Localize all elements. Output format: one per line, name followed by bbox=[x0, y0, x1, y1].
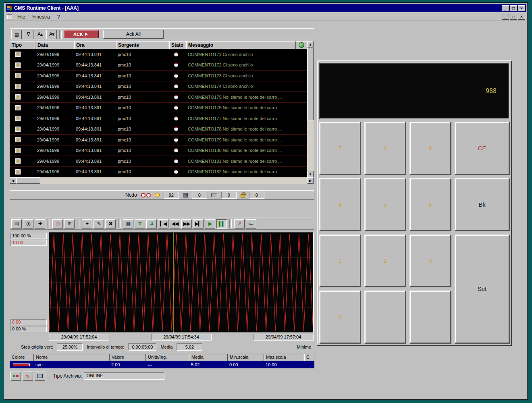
add-icon[interactable]: + bbox=[82, 219, 92, 229]
font-increase-icon[interactable]: A▴ bbox=[35, 30, 45, 39]
legend-row[interactable]: spe 2.00 --- 5.02 0.00 10.00 bbox=[10, 361, 314, 368]
step-value-field[interactable]: 25.00% bbox=[57, 343, 83, 351]
delete-icon[interactable]: ✖ bbox=[105, 219, 116, 229]
column-header-data[interactable]: Data bbox=[35, 41, 74, 49]
alarm-date: 29/04/1999 bbox=[35, 73, 74, 78]
font-decrease-icon[interactable]: A▾ bbox=[46, 30, 57, 39]
keypad-button-bk[interactable]: Bk bbox=[455, 178, 509, 231]
minimize-button[interactable]: _ bbox=[502, 5, 509, 11]
media-value-field: 5.02 bbox=[177, 343, 202, 351]
monitor-icon[interactable]: ▭ bbox=[246, 219, 256, 229]
menu-file[interactable]: File bbox=[14, 13, 28, 21]
scrollbar-thumb[interactable] bbox=[307, 48, 314, 120]
keypad-button-8[interactable]: 8 bbox=[364, 122, 406, 174]
alarm-row[interactable]: 29/04/1999 09:44:13.841 pmc10 COMMENTO17… bbox=[10, 71, 307, 81]
minimo-label: Minimo bbox=[297, 345, 311, 349]
step-label: Step griglia vert: bbox=[21, 345, 53, 349]
first-icon[interactable]: ▎◀ bbox=[158, 219, 168, 229]
pause-icon[interactable]: ▌▌ bbox=[216, 219, 227, 229]
scroll-down-arrow[interactable]: ▼ bbox=[307, 171, 314, 177]
status-lights-icon[interactable] bbox=[10, 372, 21, 381]
scrollbar-thumb[interactable] bbox=[16, 177, 40, 184]
mdi-restore-button[interactable]: □ bbox=[510, 14, 517, 20]
speaker-icon bbox=[85, 33, 89, 36]
toolbar-separator bbox=[77, 219, 79, 228]
ack-all-button[interactable]: Ack All bbox=[103, 30, 164, 39]
menu-help[interactable]: ? bbox=[54, 13, 63, 21]
crosshair-icon[interactable]: ✚ bbox=[35, 219, 45, 229]
zoom-icon[interactable]: ◎ bbox=[23, 219, 33, 229]
column-header-messaggio[interactable]: Messaggio bbox=[186, 41, 296, 49]
keypad-button-7[interactable]: 7 bbox=[319, 122, 361, 174]
ack-button[interactable]: ACK bbox=[64, 30, 99, 38]
alarm-row[interactable]: 29/04/1999 09:44:13.841 pmc10 COMMENTO17… bbox=[10, 60, 307, 71]
trend-toolbar: ▤◎✚◷⊞+✎✖▦⇈⇊▎◀◀◀▶▶▶▎▶▌▌↗▭ bbox=[10, 218, 314, 230]
filter-icon[interactable]: ∇ bbox=[23, 30, 33, 39]
workstation-icon[interactable] bbox=[35, 372, 45, 381]
properties-icon[interactable]: ⊞ bbox=[64, 219, 75, 229]
keypad-button-4[interactable]: 4 bbox=[319, 178, 361, 231]
trend-timestamps: 29/04/99 17:52:0429/04/99 17:54:3429/04/… bbox=[49, 334, 314, 341]
scroll-right-arrow[interactable]: ▶ bbox=[307, 177, 314, 184]
keypad-button-dot[interactable]: . bbox=[409, 291, 451, 343]
mdi-minimize-button[interactable]: _ bbox=[502, 14, 509, 20]
open-icon[interactable]: ▤ bbox=[11, 219, 22, 229]
scroll-down-icon[interactable]: ⇊ bbox=[146, 219, 157, 229]
alarm-row[interactable]: 29/04/1999 09:44:13.891 pmc10 COMMENTO17… bbox=[10, 103, 307, 114]
alarm-horizontal-scrollbar[interactable]: ◀ ▶ bbox=[10, 177, 314, 184]
title-bar: GMS Runtime Client - [AAA] _ □ × bbox=[6, 4, 526, 12]
keypad-button-5[interactable]: 5 bbox=[364, 178, 406, 231]
restore-button[interactable]: □ bbox=[510, 5, 517, 11]
scroll-left-arrow[interactable]: ◀ bbox=[10, 177, 16, 184]
close-button[interactable]: × bbox=[518, 5, 525, 11]
mdi-close-button[interactable]: × bbox=[518, 14, 525, 20]
alarm-source: pmc10 bbox=[116, 84, 169, 89]
alarm-date: 29/04/1999 bbox=[35, 105, 74, 110]
column-header-stato[interactable]: Stato bbox=[169, 41, 186, 49]
send-icon[interactable]: ↗ bbox=[234, 219, 245, 229]
curve-edit-icon[interactable]: ∿ bbox=[23, 372, 33, 381]
edit-icon[interactable]: ✎ bbox=[94, 219, 104, 229]
status-bulb-icon bbox=[174, 52, 178, 56]
trend-plot-area[interactable] bbox=[49, 232, 314, 333]
keypad-button-plusminus[interactable]: ± bbox=[364, 291, 406, 343]
keypad-button-set[interactable]: Set bbox=[455, 235, 509, 344]
menu-finestra[interactable]: Finestra bbox=[29, 13, 53, 21]
open-icon[interactable]: ▤ bbox=[11, 30, 22, 39]
alarm-row[interactable]: 29/04/1999 09:44:13.891 pmc10 COMMENTO17… bbox=[10, 92, 307, 103]
alarm-row[interactable]: 29/04/1999 09:44:13.891 pmc10 COMMENTO18… bbox=[10, 167, 307, 178]
rewind-icon[interactable]: ◀◀ bbox=[170, 219, 180, 229]
alarm-row[interactable]: 29/04/1999 09:44:13.841 pmc10 COMMENTO17… bbox=[10, 49, 307, 60]
alarm-row[interactable]: 29/04/1999 09:44:13.891 pmc10 COMMENTO17… bbox=[10, 135, 307, 145]
last-icon[interactable]: ▶▎ bbox=[193, 219, 204, 229]
interval-value-field[interactable]: 0.00:05:00 bbox=[128, 343, 156, 351]
alarm-type-icon bbox=[15, 62, 21, 68]
alarm-row[interactable]: 29/04/1999 09:44:13.891 pmc10 COMMENTO17… bbox=[10, 124, 307, 135]
keypad-button-2[interactable]: 2 bbox=[364, 235, 406, 287]
alarm-row[interactable]: 29/04/1999 09:44:13.891 pmc10 COMMENTO17… bbox=[10, 113, 307, 124]
forward-icon[interactable]: ▶▶ bbox=[181, 219, 192, 229]
scroll-up-arrow[interactable]: ▲ bbox=[307, 41, 314, 48]
keypad-button-0[interactable]: 0 bbox=[319, 291, 361, 343]
alarm-vertical-scrollbar[interactable]: ▲ ▼ bbox=[307, 41, 314, 177]
keypad-button-3[interactable]: 3 bbox=[409, 235, 451, 287]
column-header-sorgente[interactable]: Sorgente bbox=[116, 41, 169, 49]
column-header-tipo[interactable]: Tipo bbox=[10, 41, 35, 49]
alarm-message: COMMENTO173 Ci sono anch'io bbox=[186, 73, 307, 78]
play-icon[interactable]: ▶ bbox=[205, 219, 215, 229]
keypad-button-1[interactable]: 1 bbox=[319, 235, 361, 287]
alarm-row[interactable]: 29/04/1999 09:44:13.891 pmc10 COMMENTO18… bbox=[10, 156, 307, 167]
alarm-row[interactable]: 29/04/1999 09:44:13.891 pmc10 COMMENTO18… bbox=[10, 145, 307, 156]
print-icon[interactable]: ▦ bbox=[123, 219, 133, 229]
scroll-up-icon[interactable]: ⇈ bbox=[135, 219, 145, 229]
column-header-globe[interactable] bbox=[296, 41, 307, 49]
legend-header: ColoreNomeValoreUnità/Ing.MediaMin.scala… bbox=[10, 354, 314, 361]
mdi-child-icon[interactable] bbox=[7, 15, 12, 19]
alarm-message: COMMENTO172 Ci sono anch'io bbox=[186, 62, 307, 67]
keypad-button-9[interactable]: 9 bbox=[409, 122, 451, 174]
keypad-button-6[interactable]: 6 bbox=[409, 178, 451, 231]
column-header-ora[interactable]: Ora bbox=[74, 41, 116, 49]
keypad-button-ce[interactable]: CE bbox=[455, 122, 509, 174]
alarm-row[interactable]: 29/04/1999 09:44:13.841 pmc10 COMMENTO17… bbox=[10, 81, 307, 92]
clock-icon[interactable]: ◷ bbox=[52, 219, 63, 229]
